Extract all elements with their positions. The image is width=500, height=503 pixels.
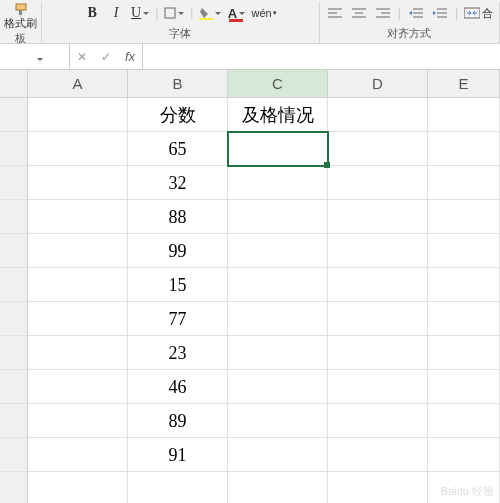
cell-A3[interactable] <box>28 166 128 200</box>
cell-E11[interactable] <box>428 438 500 472</box>
row-header[interactable] <box>0 336 28 370</box>
cell-A9[interactable] <box>28 370 128 404</box>
column-header-A[interactable]: A <box>28 70 128 98</box>
cell-A1[interactable] <box>28 98 128 132</box>
cell-C12[interactable] <box>228 472 328 503</box>
chevron-down-icon <box>35 50 66 64</box>
phonetic-button[interactable]: wén▼ <box>251 4 277 22</box>
cell-E7[interactable] <box>428 302 500 336</box>
row-header[interactable] <box>0 404 28 438</box>
align-right-button[interactable] <box>374 4 392 22</box>
cell-B1[interactable]: 分数 <box>128 98 228 132</box>
fx-button[interactable]: fx <box>118 44 142 69</box>
cell-C6[interactable] <box>228 268 328 302</box>
cell-C10[interactable] <box>228 404 328 438</box>
row-header[interactable] <box>0 166 28 200</box>
cell-D1[interactable] <box>328 98 428 132</box>
cell-E10[interactable] <box>428 404 500 438</box>
cell-E5[interactable] <box>428 234 500 268</box>
cell-C5[interactable] <box>228 234 328 268</box>
cell-A5[interactable] <box>28 234 128 268</box>
cell-D5[interactable] <box>328 234 428 268</box>
cell-A8[interactable] <box>28 336 128 370</box>
cell-B8[interactable]: 23 <box>128 336 228 370</box>
border-button[interactable] <box>164 4 184 22</box>
font-color-button[interactable]: A <box>227 4 245 22</box>
cell-E6[interactable] <box>428 268 500 302</box>
cell-D6[interactable] <box>328 268 428 302</box>
row-header[interactable] <box>0 370 28 404</box>
row-header[interactable] <box>0 472 28 503</box>
cell-D4[interactable] <box>328 200 428 234</box>
align-center-button[interactable] <box>350 4 368 22</box>
align-left-button[interactable] <box>326 4 344 22</box>
cell-C9[interactable] <box>228 370 328 404</box>
cell-A6[interactable] <box>28 268 128 302</box>
column-header-C[interactable]: C <box>228 70 328 98</box>
cell-D9[interactable] <box>328 370 428 404</box>
column-header-D[interactable]: D <box>328 70 428 98</box>
confirm-button[interactable]: ✓ <box>94 44 118 69</box>
cell-E8[interactable] <box>428 336 500 370</box>
merge-button[interactable]: 合 <box>464 4 493 22</box>
cell-C2[interactable] <box>228 132 328 166</box>
cell-D3[interactable] <box>328 166 428 200</box>
cell-B3[interactable]: 32 <box>128 166 228 200</box>
cell-A7[interactable] <box>28 302 128 336</box>
cell-C1[interactable]: 及格情况 <box>228 98 328 132</box>
cell-E2[interactable] <box>428 132 500 166</box>
row-header[interactable] <box>0 132 28 166</box>
cell-E3[interactable] <box>428 166 500 200</box>
cell-D7[interactable] <box>328 302 428 336</box>
underline-button[interactable]: U <box>131 4 149 22</box>
cell-E12[interactable] <box>428 472 500 503</box>
column-header-B[interactable]: B <box>128 70 228 98</box>
cell-A10[interactable] <box>28 404 128 438</box>
clipboard-group: 格式刷 板 <box>0 2 42 43</box>
formula-input[interactable] <box>142 44 500 69</box>
italic-button[interactable]: I <box>107 4 125 22</box>
cell-C4[interactable] <box>228 200 328 234</box>
fill-color-button[interactable] <box>199 4 221 22</box>
row-header[interactable] <box>0 302 28 336</box>
cell-B12[interactable] <box>128 472 228 503</box>
cell-C11[interactable] <box>228 438 328 472</box>
bold-button[interactable]: B <box>83 4 101 22</box>
name-box[interactable] <box>0 44 70 69</box>
cell-E1[interactable] <box>428 98 500 132</box>
cell-B6[interactable]: 15 <box>128 268 228 302</box>
cell-B4[interactable]: 88 <box>128 200 228 234</box>
cell-B9[interactable]: 46 <box>128 370 228 404</box>
column-header-E[interactable]: E <box>428 70 500 98</box>
cell-C7[interactable] <box>228 302 328 336</box>
cell-B10[interactable]: 89 <box>128 404 228 438</box>
cell-D10[interactable] <box>328 404 428 438</box>
cell-B2[interactable]: 65 <box>128 132 228 166</box>
row-header[interactable] <box>0 438 28 472</box>
cell-B5[interactable]: 99 <box>128 234 228 268</box>
cell-A12[interactable] <box>28 472 128 503</box>
row-header[interactable] <box>0 268 28 302</box>
cell-C3[interactable] <box>228 166 328 200</box>
separator: | <box>398 6 401 20</box>
cell-E4[interactable] <box>428 200 500 234</box>
format-painter-button[interactable] <box>12 2 30 16</box>
cell-B7[interactable]: 77 <box>128 302 228 336</box>
cell-A4[interactable] <box>28 200 128 234</box>
cell-E9[interactable] <box>428 370 500 404</box>
cell-A2[interactable] <box>28 132 128 166</box>
cell-C8[interactable] <box>228 336 328 370</box>
cell-D8[interactable] <box>328 336 428 370</box>
row-header[interactable] <box>0 200 28 234</box>
cancel-button[interactable]: ✕ <box>70 44 94 69</box>
cell-A11[interactable] <box>28 438 128 472</box>
cell-B11[interactable]: 91 <box>128 438 228 472</box>
cell-D11[interactable] <box>328 438 428 472</box>
increase-indent-button[interactable] <box>431 4 449 22</box>
row-header[interactable] <box>0 98 28 132</box>
cell-D2[interactable] <box>328 132 428 166</box>
cell-D12[interactable] <box>328 472 428 503</box>
select-all-corner[interactable] <box>0 70 28 98</box>
decrease-indent-button[interactable] <box>407 4 425 22</box>
row-header[interactable] <box>0 234 28 268</box>
